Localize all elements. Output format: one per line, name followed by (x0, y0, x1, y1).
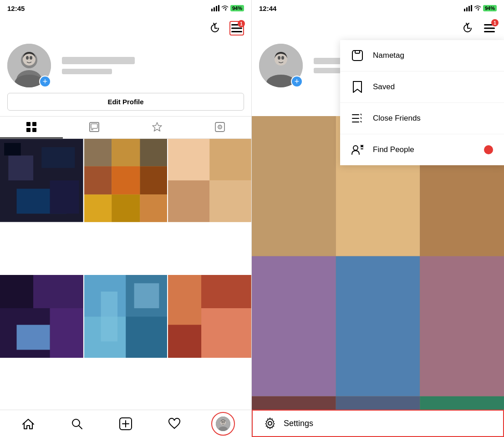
menu-badge: 1 (238, 20, 245, 27)
right-avatar-container: + (259, 44, 303, 87)
svg-rect-57 (101, 291, 117, 341)
svg-rect-75 (466, 7, 468, 11)
svg-point-109 (268, 422, 272, 425)
edit-profile-button[interactable]: Edit Profile (7, 93, 244, 111)
svg-rect-86 (352, 51, 362, 61)
svg-point-12 (30, 56, 32, 60)
dropdown-find-people-item[interactable]: Find People (340, 134, 504, 165)
right-menu-badge: 1 (491, 19, 499, 26)
svg-rect-36 (112, 166, 140, 194)
find-people-label: Find People (373, 145, 414, 154)
left-status-bar: 12:45 94% (0, 0, 251, 16)
dropdown-close-friends-item[interactable]: Close Friends (340, 103, 504, 134)
svg-rect-30 (50, 180, 79, 213)
svg-marker-21 (153, 122, 162, 131)
photo-cell-6[interactable] (168, 275, 251, 358)
wifi-icon (221, 5, 229, 11)
right-history-button[interactable] (460, 21, 475, 36)
profile-section: + (0, 40, 251, 93)
nav-home-button[interactable] (16, 412, 40, 436)
svg-rect-15 (32, 122, 36, 126)
tab-tag[interactable] (188, 117, 251, 138)
svg-rect-39 (112, 194, 140, 222)
right-menu-button[interactable]: 1 (482, 21, 497, 36)
svg-point-94 (353, 146, 358, 150)
close-friends-label: Close Friends (373, 114, 421, 123)
svg-rect-62 (201, 308, 251, 358)
nav-search-button[interactable] (65, 412, 89, 436)
svg-rect-16 (26, 128, 31, 132)
svg-rect-45 (210, 180, 251, 222)
find-people-icon (351, 143, 364, 156)
profile-name-bar (62, 57, 135, 64)
find-people-notification-dot (484, 145, 493, 154)
svg-rect-74 (464, 9, 465, 11)
svg-line-65 (79, 426, 82, 429)
home-icon (22, 418, 35, 430)
svg-rect-63 (168, 325, 201, 358)
settings-icon (264, 417, 276, 430)
svg-point-84 (281, 56, 284, 60)
right-time: 12:44 (259, 5, 276, 12)
profile-info (62, 57, 244, 74)
tab-grid[interactable] (0, 117, 63, 138)
svg-rect-105 (420, 256, 504, 396)
right-status-bar: 12:44 94% (252, 0, 504, 16)
nav-heart-button[interactable] (163, 412, 186, 436)
photo-cell-1[interactable] (0, 139, 83, 222)
svg-rect-3 (218, 5, 219, 11)
tab-single[interactable] (63, 117, 126, 138)
svg-rect-37 (140, 166, 167, 194)
tab-star[interactable] (126, 117, 188, 138)
svg-rect-26 (8, 156, 33, 181)
photo-cell-5[interactable] (84, 275, 168, 358)
star-icon (152, 122, 163, 132)
svg-marker-92 (360, 117, 361, 119)
photo-grid (0, 139, 251, 410)
svg-rect-77 (471, 5, 472, 11)
menu-button[interactable]: 1 (229, 21, 244, 36)
svg-rect-44 (168, 180, 209, 222)
add-icon (119, 417, 132, 430)
left-nav-bar: 1 (0, 16, 251, 40)
nav-add-button[interactable] (114, 412, 137, 436)
svg-rect-43 (210, 139, 251, 180)
svg-rect-100 (252, 116, 336, 256)
svg-rect-6 (231, 31, 242, 32)
photo-cell-3[interactable] (168, 139, 251, 222)
nav-avatar (216, 417, 230, 431)
svg-point-71 (222, 421, 223, 423)
svg-rect-5 (231, 28, 242, 29)
settings-button[interactable]: Settings (252, 410, 504, 437)
svg-rect-42 (168, 139, 209, 180)
svg-rect-87 (355, 51, 360, 53)
svg-rect-56 (126, 316, 167, 358)
avatar-add-button[interactable]: + (39, 76, 51, 87)
photo-cell-2[interactable] (84, 139, 168, 222)
right-battery: 94% (483, 5, 497, 11)
svg-rect-29 (4, 143, 21, 155)
search-icon (71, 418, 83, 430)
svg-rect-20 (91, 129, 93, 130)
svg-rect-32 (84, 139, 112, 166)
right-phone: 12:44 94% (252, 0, 504, 437)
svg-point-24 (219, 127, 221, 128)
svg-rect-1 (214, 7, 215, 11)
right-avatar-add-button[interactable]: + (291, 76, 303, 87)
history-button[interactable] (208, 21, 222, 36)
nav-profile-button[interactable] (211, 412, 235, 436)
nametag-icon (351, 49, 364, 62)
avatar-container: + (7, 44, 51, 87)
left-bottom-nav (0, 410, 251, 437)
profile-sub-bar (62, 69, 112, 74)
dropdown-nametag-item[interactable]: Nametag (340, 40, 504, 71)
left-battery: 94% (230, 5, 244, 11)
tag-icon (214, 122, 225, 132)
photo-cell-4[interactable] (0, 275, 83, 358)
dropdown-saved-item[interactable]: Saved (340, 71, 504, 103)
right-wifi-icon (474, 5, 481, 11)
svg-point-72 (224, 421, 225, 423)
saved-icon (351, 81, 364, 93)
right-signal-icon (464, 5, 472, 11)
svg-rect-48 (33, 275, 83, 308)
